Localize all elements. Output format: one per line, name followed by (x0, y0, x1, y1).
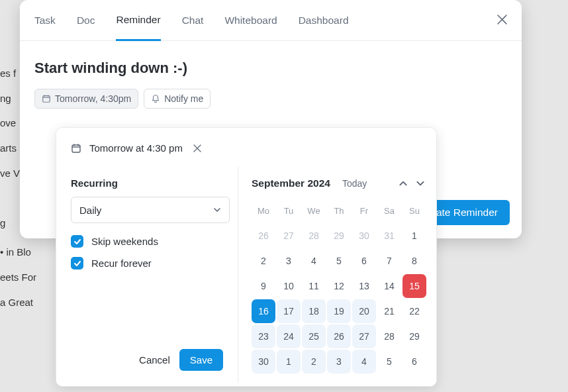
calendar-day[interactable]: 19 (327, 299, 351, 323)
background-text: es f (0, 68, 16, 79)
calendar-day[interactable]: 31 (377, 224, 401, 248)
calendar-day[interactable]: 26 (252, 224, 275, 248)
today-button[interactable]: Today (342, 178, 367, 189)
calendar-day[interactable]: 1 (402, 224, 426, 248)
calendar-day[interactable]: 23 (252, 324, 275, 348)
background-text: eets For (0, 271, 36, 283)
svg-rect-1 (72, 145, 80, 152)
calendar-day[interactable]: 8 (402, 249, 426, 273)
calendar-icon (42, 94, 51, 103)
calendar-day[interactable]: 30 (352, 224, 376, 248)
bell-icon (151, 94, 160, 103)
calendar-day[interactable]: 3 (327, 350, 351, 373)
frequency-select[interactable]: Daily (71, 197, 230, 223)
recur-forever-row[interactable]: Recur forever (71, 257, 223, 270)
calendar-day[interactable]: 20 (352, 299, 376, 323)
background-text: • in Blo (0, 246, 31, 258)
notify-chip-label: Notify me (164, 93, 203, 104)
background-text: a Great (0, 297, 33, 308)
chevron-down-icon (213, 206, 221, 214)
background-text: ove (0, 117, 16, 128)
calendar-day[interactable]: 4 (302, 249, 326, 273)
date-chip-label: Tomorrow, 4:30pm (55, 93, 131, 104)
calendar-day[interactable]: 2 (252, 249, 275, 273)
clear-date-icon[interactable] (193, 144, 201, 152)
calendar-day[interactable]: 25 (302, 324, 326, 348)
tab-reminder[interactable]: Reminder (116, 0, 160, 41)
calendar-day[interactable]: 14 (377, 274, 401, 298)
date-recurrence-popover: Tomorrow at 4:30 pm Recurring Daily Skip… (56, 127, 437, 387)
skip-weekends-label: Skip weekends (91, 236, 158, 247)
recurring-heading: Recurring (71, 177, 223, 189)
popover-header: Tomorrow at 4:30 pm (56, 128, 436, 167)
calendar-dow: We (302, 199, 326, 222)
calendar-day[interactable]: 15 (402, 274, 426, 298)
calendar-day[interactable]: 7 (377, 249, 401, 273)
calendar-day[interactable]: 21 (377, 299, 401, 323)
calendar-day[interactable]: 28 (377, 324, 401, 348)
calendar-dow: Su (402, 199, 426, 222)
calendar-day[interactable]: 6 (402, 350, 426, 373)
calendar-day[interactable]: 24 (277, 324, 301, 348)
calendar-day[interactable]: 11 (302, 274, 326, 298)
calendar-day[interactable]: 3 (277, 249, 301, 273)
recur-forever-checkbox[interactable] (71, 257, 83, 270)
svg-rect-0 (43, 96, 50, 103)
calendar-dow: Fr (352, 199, 376, 222)
background-text: ve V (0, 168, 20, 179)
notify-chip[interactable]: Notify me (144, 89, 211, 109)
background-text: g (0, 217, 5, 228)
frequency-value: Daily (79, 205, 101, 216)
calendar-day[interactable]: 13 (352, 274, 376, 298)
background-text: arts (0, 142, 17, 154)
calendar-panel: September 2024 Today MoTuWeThFrSaSu26272… (238, 167, 440, 383)
date-chip[interactable]: Tomorrow, 4:30pm (34, 89, 138, 109)
calendar-title: September 2024 (252, 177, 330, 189)
calendar-dow: Th (327, 199, 351, 222)
calendar-day[interactable]: 18 (302, 299, 326, 323)
calendar-day[interactable]: 16 (252, 299, 275, 323)
calendar-day[interactable]: 28 (302, 224, 326, 248)
calendar-day[interactable]: 5 (377, 350, 401, 373)
tab-chat[interactable]: Chat (182, 0, 204, 41)
skip-weekends-row[interactable]: Skip weekends (71, 235, 223, 248)
calendar-day[interactable]: 22 (402, 299, 426, 323)
save-button[interactable]: Save (179, 349, 223, 371)
popover-date-text: Tomorrow at 4:30 pm (89, 142, 183, 154)
modal-tab-bar: TaskDocReminderChatWhiteboardDashboard (20, 0, 522, 41)
calendar-dow: Sa (377, 199, 401, 222)
tab-doc[interactable]: Doc (77, 0, 95, 41)
calendar-dow: Tu (277, 199, 301, 222)
calendar-day[interactable]: 4 (352, 350, 376, 373)
cancel-button[interactable]: Cancel (139, 354, 170, 366)
next-month-icon[interactable] (414, 177, 426, 189)
reminder-title[interactable]: Start winding down :-) (20, 41, 522, 89)
calendar-day[interactable]: 10 (277, 274, 301, 298)
calendar-day[interactable]: 27 (277, 224, 301, 248)
calendar-day[interactable]: 5 (327, 249, 351, 273)
prev-month-icon[interactable] (397, 177, 409, 189)
calendar-day[interactable]: 6 (352, 249, 376, 273)
calendar-day[interactable]: 1 (277, 350, 301, 373)
tab-dashboard[interactable]: Dashboard (299, 0, 349, 41)
calendar-dow: Mo (252, 199, 275, 222)
recurrence-panel: Recurring Daily Skip weekends Recur fore… (56, 167, 238, 383)
calendar-day[interactable]: 30 (252, 350, 275, 373)
calendar-icon (71, 143, 81, 154)
background-text: ng (0, 93, 11, 104)
calendar-day[interactable]: 17 (277, 299, 301, 323)
calendar-day[interactable]: 12 (327, 274, 351, 298)
tab-task[interactable]: Task (34, 0, 56, 41)
calendar-day[interactable]: 9 (252, 274, 275, 298)
tab-whiteboard[interactable]: Whiteboard (224, 0, 277, 41)
calendar-day[interactable]: 26 (327, 324, 351, 348)
calendar-day[interactable]: 29 (402, 324, 426, 348)
chip-row: Tomorrow, 4:30pm Notify me (20, 89, 522, 109)
skip-weekends-checkbox[interactable] (71, 235, 83, 248)
calendar-day[interactable]: 2 (302, 350, 326, 373)
calendar-grid: MoTuWeThFrSaSu26272829303112345678910111… (252, 199, 426, 373)
recur-forever-label: Recur forever (91, 258, 152, 269)
close-icon[interactable] (497, 15, 507, 24)
calendar-day[interactable]: 29 (327, 224, 351, 248)
calendar-day[interactable]: 27 (352, 324, 376, 348)
